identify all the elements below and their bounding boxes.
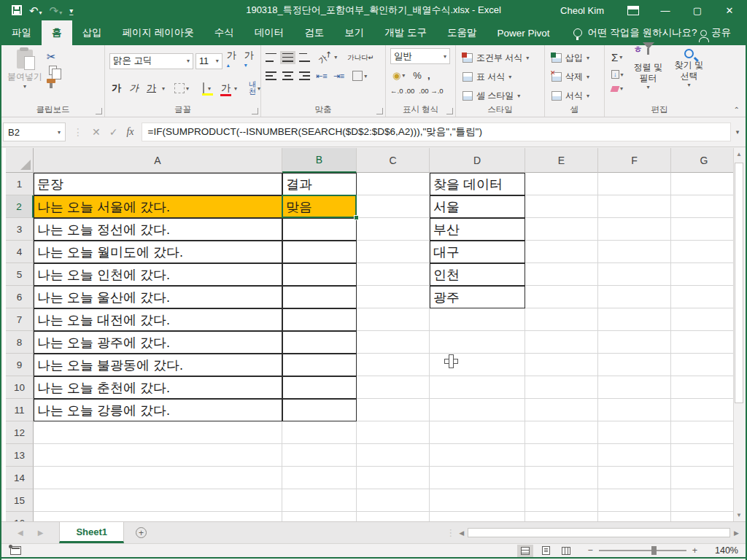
cell-E12[interactable] [525,421,598,444]
cell-B15[interactable] [282,489,357,512]
fill-button[interactable]: ↓▾ [609,69,626,80]
cell-C12[interactable] [357,421,430,444]
cell-G6[interactable] [671,286,738,308]
cell-A11[interactable]: 나는 오늘 강릉에 갔다. [34,399,282,421]
scroll-left-icon[interactable]: ◀ [457,529,466,537]
clear-button[interactable]: ▾ [609,84,626,93]
tell-me-box[interactable]: 어떤 작업을 원하시나요? [573,20,697,45]
cell-D11[interactable] [430,399,525,421]
cell-G12[interactable] [671,421,738,444]
bold-button[interactable]: 가 [109,81,123,96]
cell-C10[interactable] [357,376,430,399]
cell-F8[interactable] [598,331,671,354]
cell-D7[interactable] [430,308,525,331]
align-top-button[interactable] [266,53,276,62]
horizontal-scrollbar[interactable]: ⋮ ◀ ▶ [446,522,746,543]
cell-D8[interactable] [430,331,525,354]
format-painter-icon[interactable] [47,79,55,83]
tab-보기[interactable]: 보기 [334,20,374,45]
cut-icon[interactable]: ✂ [47,51,63,62]
cell-F10[interactable] [598,376,671,399]
cell-D14[interactable] [430,467,525,489]
redo-icon[interactable]: ↷▾ [50,5,63,16]
tab-Power Pivot[interactable]: Power Pivot [487,20,560,45]
wrap-text-button[interactable]: 가나다↵ [345,52,376,63]
accounting-format-button[interactable]: ◉▾ [390,69,407,82]
cell-C16[interactable] [357,512,430,521]
tab-도움말[interactable]: 도움말 [437,20,487,45]
column-header-C[interactable]: C [357,148,430,173]
cell-A13[interactable] [34,444,282,467]
scroll-right-icon[interactable]: ▶ [732,529,741,537]
cell-E10[interactable] [525,376,598,399]
cell-C3[interactable] [357,218,430,241]
italic-button[interactable]: 가 [127,81,141,96]
decrease-indent-icon[interactable]: ⇤≡ [316,71,328,81]
cell-D15[interactable] [430,489,525,512]
cell-A9[interactable]: 나는 오늘 불광동에 갔다. [34,354,282,376]
row-header-13[interactable]: 13 [6,444,34,467]
cell-D9[interactable] [430,354,525,376]
cell-E14[interactable] [525,467,598,489]
grow-font-button[interactable]: 가▴ [225,48,240,74]
cell-D12[interactable] [430,421,525,444]
style-item-0-button[interactable]: 조건부 서식▾ [460,50,541,66]
row-header-4[interactable]: 4 [6,241,34,263]
cell-A12[interactable] [34,421,282,444]
cell-E16[interactable] [525,512,598,521]
row-header-10[interactable]: 10 [6,376,34,399]
cell-A8[interactable]: 나는 오늘 광주에 갔다. [34,331,282,354]
row-header-8[interactable]: 8 [6,331,34,354]
cell-B8[interactable] [282,331,357,354]
insert-function-icon[interactable]: fx [126,126,133,138]
row-header-16[interactable]: 16 [6,512,34,521]
cell-C7[interactable] [357,308,430,331]
expand-formula-bar-icon[interactable]: ▾ [731,128,744,136]
font-name-select[interactable]: 맑은 고딕▾ [109,53,193,69]
cell-F4[interactable] [598,241,671,263]
row-header-9[interactable]: 9 [6,354,34,376]
font-color-button[interactable]: 가▾ [217,79,239,97]
cell-D6[interactable]: 광주 [430,286,525,308]
alignment-dialog-launcher-icon[interactable] [376,108,383,114]
tab-개발 도구[interactable]: 개발 도구 [374,20,437,45]
cell-E15[interactable] [525,489,598,512]
underline-button[interactable]: 가 [144,81,158,96]
align-bottom-button[interactable] [299,53,310,62]
cell-item-1-button[interactable]: 삭제▾ [549,69,601,85]
cell-E8[interactable] [525,331,598,354]
cell-F1[interactable] [598,173,671,195]
save-icon[interactable] [12,5,22,15]
cell-F7[interactable] [598,308,671,331]
cell-D3[interactable]: 부산 [430,218,525,241]
fill-color-button[interactable]: ▾ [198,81,213,96]
tab-데이터[interactable]: 데이터 [244,20,295,45]
zoom-slider-thumb[interactable] [651,546,657,555]
next-sheet-icon[interactable]: ▶ [38,529,44,537]
cell-D13[interactable] [430,444,525,467]
zoom-in-icon[interactable]: + [692,545,697,556]
prev-sheet-icon[interactable]: ◀ [18,529,23,537]
sort-filter-button[interactable]: ㅎ 정렬 및 필터▾ [630,49,667,104]
cell-F13[interactable] [598,444,671,467]
fill-handle[interactable] [354,215,359,220]
align-right-button[interactable] [299,71,310,80]
scroll-down-icon[interactable]: ▼ [734,509,744,521]
cell-D16[interactable] [430,512,525,521]
number-format-select[interactable]: 일반▾ [390,48,450,64]
minimize-button[interactable]: — [649,0,681,20]
worksheet-grid[interactable]: ABCDEFG12345678910111213141516 문장결과찾을 데이… [3,148,738,521]
cell-E2[interactable] [525,195,598,218]
cell-E1[interactable] [525,173,598,195]
merge-center-button[interactable]: ▾ [350,69,369,82]
row-header-14[interactable]: 14 [6,467,34,489]
number-dialog-launcher-icon[interactable] [446,108,453,114]
cell-C4[interactable] [357,241,430,263]
cell-F2[interactable] [598,195,671,218]
cell-C13[interactable] [357,444,430,467]
row-header-5[interactable]: 5 [6,263,34,286]
cell-G7[interactable] [671,308,738,331]
tab-file[interactable]: 파일 [1,20,42,45]
style-item-1-button[interactable]: 표 서식▾ [460,69,541,85]
cell-B9[interactable] [282,354,357,376]
